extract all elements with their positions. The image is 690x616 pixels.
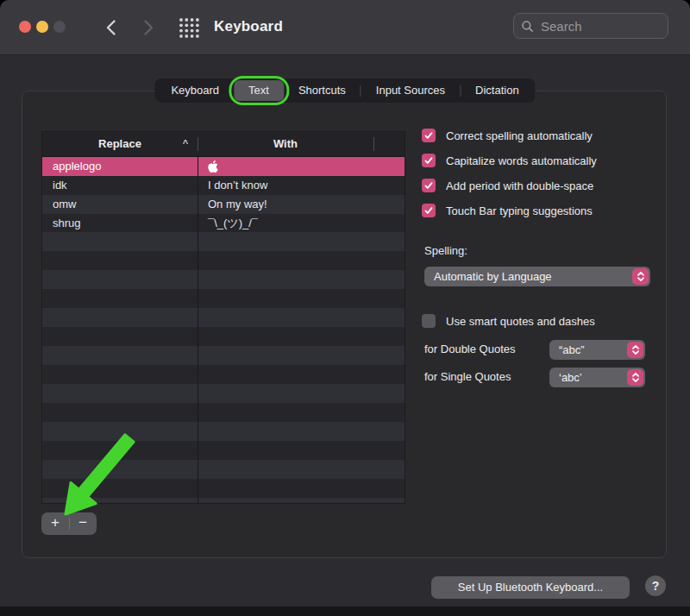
- button-divider: [69, 518, 70, 530]
- tab-bar: Keyboard Text Shortcuts Input Sources Di…: [154, 79, 535, 103]
- empty-rows-area: [42, 232, 405, 503]
- tab-input-sources[interactable]: Input Sources: [361, 79, 460, 103]
- chevron-left-icon: [105, 19, 116, 36]
- header-divider: [198, 137, 198, 151]
- column-divider: [198, 156, 198, 503]
- tab-keyboard[interactable]: Keyboard: [156, 79, 234, 103]
- checkbox-label: Correct spelling automatically: [446, 129, 593, 142]
- zoom-button-disabled: [53, 21, 66, 33]
- checkbox-checked[interactable]: [422, 179, 436, 192]
- table-row-applelogo[interactable]: applelogo: [42, 157, 405, 176]
- tab-text-label: Text: [248, 84, 269, 97]
- table-row-idk[interactable]: idk I don’t know: [42, 176, 405, 195]
- cell-replace: shrug: [42, 214, 198, 233]
- cell-with: [198, 157, 405, 176]
- check-icon: [423, 180, 434, 191]
- single-quotes-value: ‘abc’: [549, 371, 627, 384]
- cell-replace: applelogo: [42, 157, 198, 176]
- up-down-chevrons-icon: [627, 342, 643, 358]
- titlebar[interactable]: Keyboard: [0, 0, 690, 55]
- double-quotes-label: for Double Quotes: [424, 343, 516, 355]
- forward-button[interactable]: [138, 17, 159, 38]
- grid-icon: [179, 17, 200, 39]
- up-down-chevrons-icon: [632, 268, 649, 285]
- spelling-value: Automatic by Language: [424, 270, 632, 283]
- spelling-label: Spelling:: [424, 244, 467, 257]
- table-header: Replace ^ With: [42, 132, 405, 157]
- single-quotes-label: for Single Quotes: [424, 370, 511, 383]
- window-bottom-edge: [0, 607, 690, 616]
- check-icon: [423, 155, 434, 166]
- single-quotes-dropdown[interactable]: ‘abc’: [549, 368, 645, 387]
- double-quotes-dropdown[interactable]: “abc”: [549, 340, 645, 360]
- checkbox-add-period[interactable]: Add period with double-space: [422, 179, 593, 192]
- checkbox-label: Use smart quotes and dashes: [446, 315, 595, 328]
- close-button[interactable]: [19, 21, 31, 33]
- checkbox-checked[interactable]: [422, 129, 436, 142]
- help-button[interactable]: ?: [645, 575, 666, 596]
- magnifier-icon: [521, 20, 534, 33]
- checkbox-touchbar-suggestions[interactable]: Touch Bar typing suggestions: [422, 204, 593, 217]
- column-header-with[interactable]: With: [198, 132, 373, 156]
- add-remove-control: + −: [41, 512, 97, 535]
- search-field[interactable]: [513, 13, 668, 39]
- check-icon: [423, 205, 434, 216]
- tab-shortcuts[interactable]: Shortcuts: [284, 79, 361, 103]
- cell-replace: idk: [42, 176, 198, 195]
- spelling-dropdown[interactable]: Automatic by Language: [424, 267, 650, 286]
- cell-with: I don’t know: [198, 176, 405, 195]
- tab-dictation[interactable]: Dictation: [461, 79, 534, 103]
- text-replacements-table: Replace ^ With applelogo idk I don’t kno…: [41, 131, 405, 504]
- show-all-grid-button[interactable]: [178, 16, 200, 39]
- checkbox-label: Touch Bar typing suggestions: [446, 204, 593, 217]
- minimize-button[interactable]: [36, 21, 48, 33]
- apple-logo-icon: [208, 160, 218, 173]
- up-down-chevrons-icon: [627, 369, 643, 386]
- table-row-omw[interactable]: omw On my way!: [42, 195, 405, 214]
- cell-with: On my way!: [198, 195, 405, 214]
- column-header-replace[interactable]: Replace: [42, 132, 198, 156]
- checkbox-label: Capitalize words automatically: [446, 154, 597, 167]
- sort-ascending-icon: ^: [177, 132, 194, 154]
- checkbox-label: Add period with double-space: [446, 179, 593, 192]
- check-icon: [423, 130, 434, 141]
- add-replacement-button[interactable]: +: [41, 512, 69, 535]
- remove-replacement-button[interactable]: −: [69, 512, 97, 535]
- table-row-shrug[interactable]: shrug ¯\_(ツ)_/¯: [42, 214, 405, 233]
- search-input[interactable]: [539, 18, 655, 35]
- checkbox-correct-spelling[interactable]: Correct spelling automatically: [422, 129, 593, 142]
- checkbox-capitalize-words[interactable]: Capitalize words automatically: [422, 154, 597, 167]
- chevron-right-icon: [143, 19, 154, 36]
- cell-replace: omw: [42, 195, 198, 214]
- tab-text[interactable]: Text: [234, 80, 284, 101]
- header-divider: [373, 137, 374, 151]
- back-button[interactable]: [100, 17, 121, 38]
- window-title: Keyboard: [214, 18, 283, 35]
- checkbox-unchecked[interactable]: [422, 314, 436, 328]
- system-preferences-window: Keyboard Keyboard Text Shortcuts Input S…: [0, 0, 690, 616]
- double-quotes-value: “abc”: [549, 343, 627, 356]
- cell-with: ¯\_(ツ)_/¯: [198, 214, 405, 233]
- checkbox-checked[interactable]: [422, 154, 436, 167]
- checkbox-smart-quotes[interactable]: Use smart quotes and dashes: [422, 314, 595, 328]
- setup-bluetooth-keyboard-button[interactable]: Set Up Bluetooth Keyboard...: [431, 576, 630, 599]
- checkbox-checked[interactable]: [422, 204, 436, 217]
